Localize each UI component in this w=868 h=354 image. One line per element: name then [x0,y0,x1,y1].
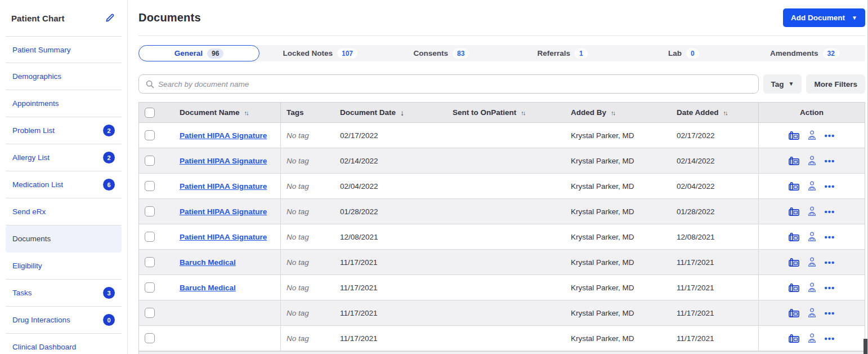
column-header-date-added[interactable]: Date Added ↑↓ [671,103,758,122]
document-name-link[interactable]: Patient HIPAA Signature [180,182,267,191]
fax-icon[interactable] [789,233,799,241]
sidebar-item-appointments[interactable]: Appointments [6,90,122,117]
tab-locked-notes[interactable]: Locked Notes 107 [259,45,381,61]
tab-count-badge: 1 [575,48,588,59]
column-header-document-name[interactable]: Document Name ↑↓ [170,103,281,122]
tab-general[interactable]: General 96 [138,45,259,61]
document-name-link[interactable]: Patient HIPAA Signature [180,233,267,241]
table-body: Patient HIPAA Signature No tag 02/17/202… [139,123,865,351]
sidebar-item-label: Demographics [12,72,61,81]
document-name-link[interactable]: Patient HIPAA Signature [180,207,267,216]
date-added-cell: 01/28/2022 [671,199,758,224]
documents-table: Document Name ↑↓ Tags Document Date ↓ Se… [138,102,865,354]
more-options-icon[interactable]: ••• [825,232,835,242]
fax-icon[interactable] [789,157,799,165]
document-name-link[interactable]: Baruch Medical [180,284,236,292]
tab-consents[interactable]: Consents 83 [381,45,502,61]
tab-label: Locked Notes [283,49,333,57]
column-header-document-date[interactable]: Document Date ↓ [334,103,447,122]
tag-cell: No tag [281,199,334,224]
document-name-link[interactable]: Patient HIPAA Signature [180,157,267,165]
fax-icon[interactable] [789,334,799,343]
fax-icon[interactable] [789,182,799,191]
tab-referrals[interactable]: Referrals 1 [502,45,623,61]
fax-icon[interactable] [789,258,799,267]
sidebar-item-drug-interactions[interactable]: Drug Interactions 0 [6,307,122,334]
fax-icon[interactable] [789,309,799,317]
added-by-cell: Krystal Parker, MD [565,250,671,275]
sort-icon[interactable]: ↑↓ [521,109,526,116]
tag-cell: No tag [281,148,334,173]
tag-filter-button[interactable]: Tag ▼ [763,74,802,94]
sidebar-item-clinical-dashboard[interactable]: Clinical Dashboard [6,334,122,354]
document-date-cell: 11/17/2021 [334,326,447,351]
sidebar-item-medication-list[interactable]: Medication List 6 [6,171,122,198]
row-checkbox[interactable] [145,282,155,293]
more-filters-button[interactable]: More Filters [806,74,865,94]
sort-icon[interactable]: ↑↓ [723,109,728,116]
sidebar-item-tasks[interactable]: Tasks 3 [6,280,122,307]
sidebar-item-send-erx[interactable]: Send eRx [6,198,122,225]
sidebar-item-problem-list[interactable]: Problem List 2 [6,117,122,144]
column-header-sent-to-onpatient[interactable]: Sent to OnPatient ↑↓ [447,103,565,122]
tag-cell: No tag [281,275,334,300]
table-row: Patient HIPAA Signature No tag 12/08/202… [139,224,865,250]
more-options-icon[interactable]: ••• [825,207,835,216]
fax-icon[interactable] [789,207,799,216]
added-by-cell: Krystal Parker, MD [565,326,671,351]
sort-desc-icon[interactable]: ↓ [400,108,405,117]
onpatient-icon[interactable] [807,257,817,267]
document-date-cell: 12/08/2021 [334,224,447,249]
row-checkbox[interactable] [145,156,155,166]
date-added-cell: 02/14/2022 [671,148,758,173]
tab-count-badge: 0 [686,48,699,59]
sidebar-item-patient-summary[interactable]: Patient Summary [6,36,122,63]
onpatient-icon[interactable] [807,333,817,343]
tab-count-badge: 107 [337,48,357,59]
add-document-button[interactable]: Add Document ▼ [783,8,865,27]
row-checkbox[interactable] [145,181,155,191]
more-options-icon[interactable]: ••• [825,334,835,343]
more-options-icon[interactable]: ••• [825,283,835,293]
tag-cell: No tag [281,174,334,198]
onpatient-icon[interactable] [807,156,817,166]
sidebar-item-eligibility[interactable]: Eligibility [6,253,122,280]
fax-icon[interactable] [789,284,799,292]
tab-count-badge: 32 [823,48,839,59]
onpatient-icon[interactable] [807,130,817,140]
more-options-icon[interactable]: ••• [825,308,835,318]
sort-icon[interactable]: ↑↓ [611,109,616,116]
tab-lab[interactable]: Lab 0 [623,45,744,61]
onpatient-icon[interactable] [807,232,817,242]
column-header-added-by[interactable]: Added By ↑↓ [565,103,671,122]
row-checkbox[interactable] [145,130,155,140]
select-all-checkbox[interactable] [145,108,155,118]
onpatient-icon[interactable] [807,308,817,318]
document-name-link[interactable]: Patient HIPAA Signature [180,131,267,140]
tab-amendments[interactable]: Amendments 32 [744,45,865,61]
onpatient-icon[interactable] [807,181,817,191]
pencil-icon[interactable] [105,13,115,23]
more-options-icon[interactable]: ••• [825,182,835,191]
row-checkbox[interactable] [145,257,155,267]
more-options-icon[interactable]: ••• [825,156,835,166]
more-options-icon[interactable]: ••• [825,258,835,267]
sidebar-item-demographics[interactable]: Demographics [6,63,122,90]
row-checkbox[interactable] [145,232,155,242]
sidebar-item-documents[interactable]: Documents [6,225,122,253]
vertical-scrollbar-thumb[interactable] [863,339,867,354]
onpatient-icon[interactable] [807,282,817,293]
onpatient-icon[interactable] [807,206,817,216]
document-name-link[interactable]: Baruch Medical [180,258,236,267]
date-added-cell: 02/04/2022 [671,174,758,198]
fax-icon[interactable] [789,131,799,140]
row-checkbox[interactable] [145,206,155,216]
sort-icon[interactable]: ↑↓ [244,109,249,116]
sidebar-item-badge: 6 [103,179,115,191]
sidebar-item-allergy-list[interactable]: Allergy List 2 [6,144,122,171]
row-checkbox[interactable] [145,308,155,318]
row-checkbox[interactable] [145,333,155,343]
more-options-icon[interactable]: ••• [825,131,835,140]
search-input[interactable] [158,80,751,88]
search-box[interactable] [138,74,759,94]
